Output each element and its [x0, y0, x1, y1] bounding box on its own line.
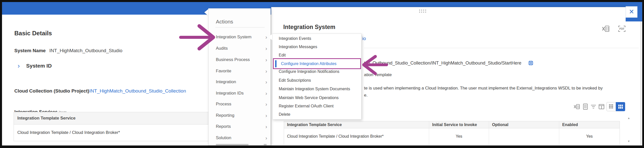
table-export-excel-icon[interactable] — [574, 103, 580, 110]
frame-right — [642, 0, 644, 148]
basic-details-heading: Basic Details — [14, 30, 52, 37]
scroll-down-icon[interactable]: ▼ — [627, 140, 630, 143]
menu-item-process[interactable]: Process › — [212, 100, 269, 108]
submenu-item-integration-messages[interactable]: Integration Messages — [275, 44, 358, 50]
menu-item-integration-system[interactable]: Integration System › — [212, 33, 269, 41]
chevron-right-icon: › — [265, 91, 267, 96]
template-fragment-text: ation Template — [364, 72, 392, 77]
cell-optional — [489, 128, 559, 144]
col-header: Enabled — [559, 121, 620, 128]
left-table-header: Integration Template Service — [14, 112, 209, 125]
cell-template-service: Cloud Integration Template / Cloud Integ… — [284, 128, 429, 144]
submenu-item-delete[interactable]: Delete — [275, 111, 358, 118]
integration-services-table: Integration Template Service Initial Ser… — [284, 121, 620, 145]
actions-menu-pointer — [204, 9, 208, 16]
frame-top — [0, 0, 644, 2]
divider — [215, 27, 265, 27]
frame-left — [0, 0, 2, 148]
menu-item-audits[interactable]: Audits › — [212, 45, 269, 52]
chevron-right-icon: › — [265, 136, 267, 140]
globe-icon[interactable] — [528, 60, 534, 66]
export-excel-icon[interactable] — [602, 25, 610, 33]
chevron-right-icon: › — [265, 46, 267, 51]
table-row: Cloud Integration Template / Cloud Integ… — [284, 128, 620, 144]
table-document-view-icon[interactable] — [582, 103, 589, 110]
close-button[interactable]: ✕ — [626, 6, 637, 18]
cloud-collection-label: Cloud Collection (Studio Project) — [14, 88, 89, 94]
text-cursor-bar — [275, 60, 276, 67]
chevron-right-icon: › — [265, 113, 267, 118]
submenu-item-edit[interactable]: Edit — [275, 52, 358, 58]
col-header: Integration Template Service — [284, 121, 429, 128]
popup-link-fragment[interactable]: io — [362, 36, 366, 41]
submenu-item-maintain-integration-system-documents[interactable]: Maintain Integration System Documents — [275, 86, 358, 92]
scroll-up-icon[interactable]: ▲ — [627, 116, 630, 120]
submenu-item-maintain-web-service-operations[interactable]: Maintain Web Service Operations — [275, 95, 358, 101]
table-header-row: Integration Template Service Initial Ser… — [284, 121, 620, 128]
export-pdf-icon[interactable]: PDF — [618, 25, 626, 33]
menu-item-solution[interactable]: Solution › — [212, 134, 269, 142]
studio-url-text: tch_Outbound_Studio_Collection/INT_HighM… — [364, 61, 521, 66]
col-header: Initial Service to Invoke — [429, 121, 489, 128]
system-id-section[interactable]: System ID — [26, 63, 52, 69]
frame-bottom — [0, 145, 644, 148]
chevron-right-icon: › — [265, 124, 267, 129]
filter-icon[interactable] — [590, 103, 597, 110]
menu-item-integration[interactable]: Integration › — [212, 78, 269, 86]
chevron-right-icon[interactable]: › — [18, 63, 20, 69]
cell-initial-service: Yes — [429, 128, 489, 144]
left-table-row: Cloud Integration Template / Cloud Integ… — [14, 125, 209, 141]
submenu-item-edit-subscriptions[interactable]: Edit Subscriptions — [275, 77, 358, 84]
chevron-right-icon: › — [265, 57, 267, 62]
screenshot-stage: View Integration System INT_HighMatch_Ou… — [0, 0, 644, 148]
submenu-item-configure-integration-notifications[interactable]: Configure Integration Notifications — [275, 68, 358, 75]
menu-item-integration-ids[interactable]: Integration IDs › — [212, 90, 269, 97]
menu-item-business-process[interactable]: Business Process › — [212, 56, 269, 64]
description-line-2: e. — [364, 93, 368, 98]
drag-handle-icon[interactable] — [419, 10, 426, 13]
cell-enabled: Yes — [559, 128, 620, 144]
clipped-menu-chevron — [264, 144, 267, 145]
svg-text:PDF: PDF — [619, 27, 624, 30]
system-name-label: System Name — [14, 48, 46, 53]
divider — [364, 48, 639, 48]
split-columns-icon[interactable] — [598, 103, 605, 110]
submenu-item-register-external-oauth-client[interactable]: Register External OAuth Client — [275, 103, 358, 109]
actions-menu-title: Actions — [216, 19, 233, 25]
submenu-pointer — [268, 34, 272, 40]
menu-item-reports[interactable]: Reports › — [212, 123, 269, 130]
grid-view-expanded-button[interactable] — [616, 102, 625, 111]
chevron-right-icon: › — [265, 69, 267, 73]
close-icon: ✕ — [629, 8, 634, 15]
menu-item-favorite[interactable]: Favorite › — [212, 67, 269, 75]
annotation-highlight-box — [273, 58, 361, 69]
system-name-value: INT_HighMatch_Outbound_Studio — [49, 48, 122, 53]
chevron-right-icon: › — [265, 35, 267, 39]
cloud-collection-link[interactable]: INT_HighMatch_Outbound_Studio_Collection — [89, 88, 186, 94]
chevron-right-icon: › — [265, 80, 267, 84]
popup-heading: Integration System — [283, 24, 335, 31]
grid-view-compact-button[interactable] — [607, 102, 616, 111]
col-header: Optional — [489, 121, 559, 128]
description-line-1: te is used when implementing a Cloud Int… — [364, 86, 603, 91]
menu-item-reporting[interactable]: Reporting › — [212, 112, 269, 119]
clipped-menu-item — [216, 144, 249, 145]
chevron-right-icon: › — [265, 102, 267, 106]
submenu-item-integration-events[interactable]: Integration Events — [275, 35, 358, 42]
